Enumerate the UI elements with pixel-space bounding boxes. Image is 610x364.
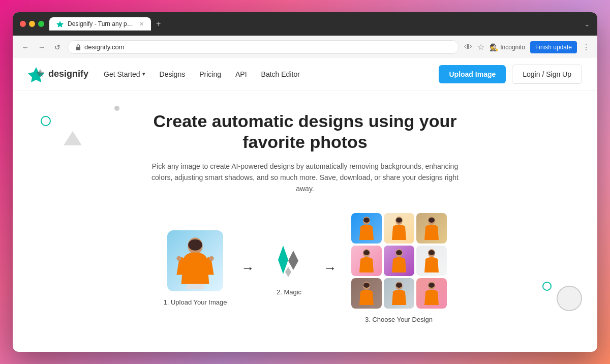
svg-point-24 (363, 283, 370, 288)
arrow-1: → (241, 260, 255, 276)
site-nav: designify Get Started ▾ Designs Pricing … (13, 58, 597, 90)
traffic-lights (20, 21, 44, 27)
design-thumb-2[interactable] (384, 213, 414, 244)
magic-sparkles-icon (269, 240, 310, 281)
hero-title: Create automatic designs using your favo… (127, 111, 483, 153)
step-3: 3. Choose Your Design (351, 213, 447, 323)
address-text: designify.com (84, 43, 125, 51)
svg-point-22 (429, 250, 435, 255)
tab-title: Designify - Turn any photo in… (68, 20, 133, 27)
lock-icon (75, 44, 81, 50)
sparkles-svg (269, 240, 310, 281)
logo-icon (28, 66, 44, 82)
svg-point-28 (429, 283, 435, 288)
chevron-down-icon: ▾ (142, 71, 145, 77)
close-button[interactable] (20, 21, 26, 27)
star-icon[interactable]: ☆ (477, 42, 484, 52)
step-3-label: 3. Choose Your Design (365, 316, 433, 323)
new-tab-button[interactable]: + (153, 19, 164, 28)
design-thumb-1[interactable] (351, 213, 382, 244)
upload-image-box (167, 230, 223, 291)
design-thumb-8[interactable] (384, 278, 414, 309)
browser-chrome: Designify - Turn any photo in… ✕ + ⌄ ← →… (13, 12, 597, 58)
finish-update-button[interactable]: Finish update (530, 41, 577, 53)
svg-point-18 (363, 250, 370, 255)
forward-button[interactable]: → (36, 42, 47, 52)
deco-triangle (64, 131, 82, 145)
thumb-person-svg-6 (422, 249, 441, 272)
browser-window: Designify - Turn any photo in… ✕ + ⌄ ← →… (13, 12, 597, 352)
upload-person-image (167, 230, 223, 291)
thumb-person-svg-7 (357, 282, 376, 305)
window-controls[interactable]: ⌄ (584, 20, 590, 28)
toolbar-actions: 👁 ☆ 🕵 Incognito Finish update ⋮ (464, 41, 590, 53)
address-bar[interactable]: designify.com (68, 40, 459, 54)
deco-circle-gray (557, 286, 582, 311)
logo-text: designify (48, 69, 88, 79)
browser-menu-icon[interactable]: ⋮ (582, 42, 590, 52)
back-button[interactable]: ← (20, 42, 31, 52)
nav-actions: Upload Image Login / Sign Up (439, 65, 582, 84)
svg-point-12 (363, 218, 370, 223)
thumb-person-svg-5 (390, 249, 408, 272)
tab-close-icon[interactable]: ✕ (139, 21, 144, 27)
thumb-person-svg-8 (390, 282, 408, 305)
svg-marker-10 (285, 267, 291, 277)
logo[interactable]: designify (28, 66, 88, 82)
design-thumb-9[interactable] (416, 278, 447, 309)
svg-point-6 (176, 256, 181, 261)
svg-point-20 (396, 250, 402, 255)
step-1: 1. Upload Your Image (163, 230, 227, 306)
nav-get-started[interactable]: Get Started ▾ (104, 70, 145, 78)
design-thumb-3[interactable] (416, 213, 447, 244)
thumb-person-svg-1 (357, 217, 376, 240)
incognito-label: Incognito (500, 44, 525, 51)
svg-point-16 (429, 218, 435, 223)
deco-dot (114, 106, 119, 111)
step-2: 2. Magic (269, 240, 310, 296)
maximize-button[interactable] (38, 21, 44, 27)
design-grid (351, 213, 447, 309)
hero-section: Create automatic designs using your favo… (13, 90, 597, 352)
nav-pricing[interactable]: Pricing (199, 70, 221, 78)
minimize-button[interactable] (29, 21, 35, 27)
thumb-person-svg-3 (422, 217, 441, 240)
hero-subtitle: Pick any image to create AI-powered desi… (147, 161, 463, 195)
person-svg (172, 233, 218, 289)
nav-links: Get Started ▾ Designs Pricing API Batch … (104, 70, 439, 78)
svg-point-5 (188, 239, 202, 251)
eye-off-icon: 👁 (464, 43, 472, 52)
website-content: designify Get Started ▾ Designs Pricing … (13, 58, 597, 352)
nav-designs[interactable]: Designs (160, 70, 186, 78)
flow-diagram: 1. Upload Your Image → (163, 213, 446, 323)
design-thumb-7[interactable] (351, 278, 382, 309)
svg-point-14 (396, 218, 402, 223)
step-1-label: 1. Upload Your Image (163, 298, 227, 306)
design-thumb-6[interactable] (416, 246, 447, 276)
svg-marker-0 (56, 21, 64, 27)
design-thumb-4[interactable] (351, 246, 382, 276)
incognito-indicator: 🕵 Incognito (490, 43, 525, 51)
login-signup-button[interactable]: Login / Sign Up (512, 65, 582, 84)
browser-toolbar: ← → ↺ designify.com 👁 ☆ 🕵 Incognito Fini… (13, 36, 597, 58)
design-thumb-5[interactable] (384, 246, 414, 276)
thumb-person-svg-9 (422, 282, 441, 305)
nav-api[interactable]: API (235, 70, 247, 78)
thumb-person-svg-2 (390, 217, 408, 240)
deco-circle-teal (41, 116, 51, 126)
deco-circle-right (542, 282, 552, 291)
nav-batch-editor[interactable]: Batch Editor (261, 70, 300, 78)
svg-point-7 (209, 256, 214, 261)
refresh-button[interactable]: ↺ (52, 42, 63, 52)
arrow-2: → (324, 260, 337, 276)
upload-image-button[interactable]: Upload Image (439, 65, 506, 83)
tab-favicon-icon (56, 20, 64, 27)
thumb-person-svg-4 (357, 249, 376, 272)
step-2-label: 2. Magic (277, 288, 301, 296)
svg-rect-1 (76, 47, 80, 50)
browser-titlebar: Designify - Turn any photo in… ✕ + ⌄ (13, 12, 597, 36)
svg-marker-9 (288, 251, 298, 270)
svg-point-26 (396, 283, 402, 288)
active-tab[interactable]: Designify - Turn any photo in… ✕ (49, 17, 151, 31)
tab-bar: Designify - Turn any photo in… ✕ + (49, 17, 579, 31)
